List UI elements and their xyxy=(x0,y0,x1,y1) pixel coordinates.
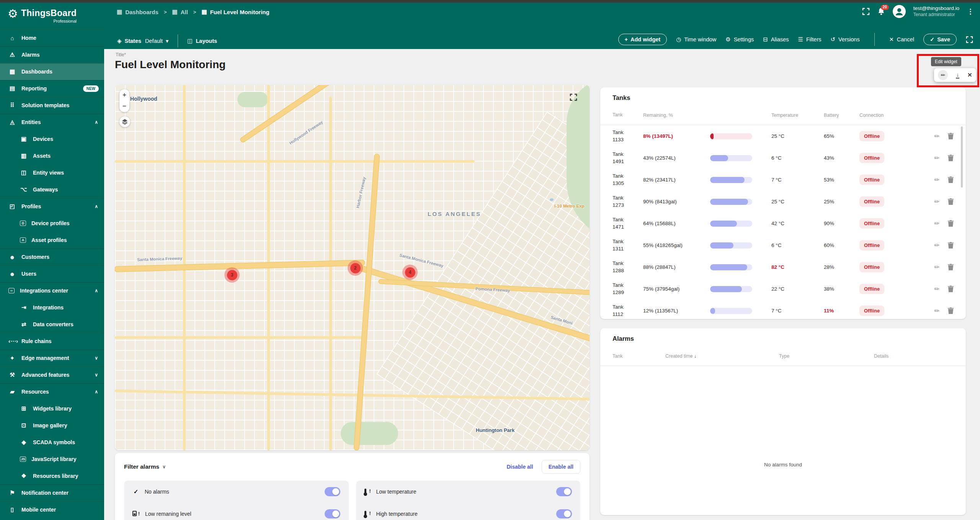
states-button[interactable]: ◈States xyxy=(117,38,141,44)
no-alarms-toggle[interactable] xyxy=(325,487,340,496)
table-scrollbar[interactable] xyxy=(961,126,963,188)
column-connection[interactable]: Connection xyxy=(855,113,908,118)
logo[interactable]: ⚙ ThingsBoard Professional xyxy=(8,8,77,23)
sidebar-item-resources-library[interactable]: ❖Resources library xyxy=(0,468,104,484)
sidebar-item-mobile-center[interactable]: ▯Mobile center xyxy=(0,501,104,518)
sidebar-item-users[interactable]: ☻Users xyxy=(0,265,104,282)
delete-row-icon[interactable] xyxy=(948,307,954,314)
sidebar-item-dashboards[interactable]: ▦Dashboards xyxy=(0,63,104,80)
table-row-tank-1491[interactable]: Tank1491 43% (22574L) 6 °C 43% Offline ✏ xyxy=(600,147,966,169)
delete-row-icon[interactable] xyxy=(948,177,954,183)
states-select[interactable]: Default▾ xyxy=(145,38,168,44)
edit-row-icon[interactable]: ✏ xyxy=(934,220,939,227)
sidebar-item-image-gallery[interactable]: ⊡Image gallery xyxy=(0,417,104,434)
table-row-tank-1273[interactable]: Tank1273 90% (8413gal) 25 °C 25% Offline… xyxy=(600,191,966,213)
map-marker[interactable]: 3 xyxy=(224,267,240,283)
edit-row-icon[interactable]: ✏ xyxy=(934,154,939,162)
delete-row-icon[interactable] xyxy=(948,220,954,227)
table-row-tank-1471[interactable]: Tank1471 64% (15688L) 42 °C 90% Offline … xyxy=(600,213,966,234)
column-details[interactable]: Details xyxy=(874,353,931,359)
notifications-bell[interactable]: 20 xyxy=(877,7,885,16)
zoom-in-button[interactable]: + xyxy=(122,91,126,99)
avatar[interactable] xyxy=(893,5,906,18)
aliases-button[interactable]: ⊟Aliases xyxy=(763,36,789,43)
column-temperature[interactable]: Temperature xyxy=(766,113,817,118)
map-marker[interactable]: 4 xyxy=(402,265,418,280)
disable-all-button[interactable]: Disable all xyxy=(506,464,533,470)
sidebar-item-solution-templates[interactable]: ⠿Solution templates xyxy=(0,97,104,114)
page-title[interactable]: Fuel Level Monitoring xyxy=(115,59,225,71)
sidebar-item-edge-management[interactable]: ⌖Edge management∨ xyxy=(0,350,104,366)
download-widget-icon[interactable]: ↓ xyxy=(956,72,959,78)
column-type[interactable]: Type xyxy=(779,353,874,359)
filter-alarms-title[interactable]: Filter alarms∨ xyxy=(124,463,166,470)
column-created-time[interactable]: Created time ↓ xyxy=(665,353,779,359)
save-button[interactable]: ✓Save xyxy=(923,34,957,45)
sidebar-item-asset-profiles[interactable]: AAsset profiles xyxy=(0,232,104,249)
filters-button[interactable]: ☰Filters xyxy=(798,36,822,43)
sidebar-item-data-converters[interactable]: ⇄Data converters xyxy=(0,316,104,333)
edit-widget-button[interactable]: ✏ xyxy=(938,70,948,80)
table-row-tank-1305[interactable]: Tank1305 82% (23417L) 7 °C 53% Offline ✏ xyxy=(600,169,966,191)
sidebar-item-gateways[interactable]: ⌥Gateways xyxy=(0,181,104,198)
map-layers-button[interactable] xyxy=(119,116,130,127)
edit-row-icon[interactable]: ✏ xyxy=(934,242,939,249)
sidebar-item-devices[interactable]: ▣Devices xyxy=(0,131,104,147)
sidebar-item-entities[interactable]: ◬Entities∧ xyxy=(0,114,104,131)
sidebar-item-rule-chains[interactable]: ‹⋯›Rule chains xyxy=(0,333,104,350)
zoom-out-button[interactable]: − xyxy=(122,103,126,110)
column-tank[interactable]: Tank xyxy=(612,112,643,118)
add-widget-button[interactable]: +Add widget xyxy=(618,34,667,45)
edit-row-icon[interactable]: ✏ xyxy=(934,307,939,314)
sidebar-item-resources[interactable]: ▰Resources∧ xyxy=(0,383,104,400)
column-tank[interactable]: Tank xyxy=(612,353,665,359)
remove-widget-icon[interactable]: ✕ xyxy=(967,72,972,78)
delete-row-icon[interactable] xyxy=(948,286,954,292)
map-fullscreen-icon[interactable] xyxy=(570,93,577,101)
edit-row-icon[interactable]: ✏ xyxy=(934,263,939,271)
breadcrumb-current[interactable]: ▦Fuel Level Monitoring xyxy=(201,8,269,15)
edit-row-icon[interactable]: ✏ xyxy=(934,198,939,205)
user-info[interactable]: test@thingsboard.io Tenant administrator xyxy=(913,5,959,18)
table-row-tank-1112[interactable]: Tank1112 12% (113567L) 7 °C 11% Offline … xyxy=(600,300,966,319)
breadcrumb-dashboards[interactable]: ▦Dashboards xyxy=(117,8,158,15)
fullscreen-icon[interactable] xyxy=(862,8,870,15)
map-canvas[interactable]: Santa Monica Freeway Santa Monica Freewa… xyxy=(115,85,590,450)
sidebar-item-home[interactable]: ⌂Home xyxy=(0,29,104,46)
sidebar-item-alarms[interactable]: ⚠Alarms xyxy=(0,46,104,63)
delete-row-icon[interactable] xyxy=(948,264,954,270)
low-temperature-toggle[interactable] xyxy=(556,487,572,496)
sidebar-item-integrations[interactable]: ⇥Integrations xyxy=(0,299,104,316)
settings-button[interactable]: ⚙Settings xyxy=(725,36,754,43)
breadcrumb-all[interactable]: ▦All xyxy=(172,8,188,15)
sidebar-item-integrations-center[interactable]: ‹›Integrations center∧ xyxy=(0,282,104,299)
kebab-menu-icon[interactable]: ⋮ xyxy=(967,7,974,16)
expand-toolbar-icon[interactable] xyxy=(966,36,973,43)
delete-row-icon[interactable] xyxy=(948,155,954,161)
edit-row-icon[interactable]: ✏ xyxy=(934,132,939,140)
low-remaining-toggle[interactable] xyxy=(325,509,340,518)
delete-row-icon[interactable] xyxy=(948,198,954,205)
sidebar-item-entity-views[interactable]: ◫Entity views xyxy=(0,164,104,181)
table-row-tank-1289[interactable]: Tank1289 75% (37954gal) 22 °C 38% Offlin… xyxy=(600,278,966,300)
sidebar-item-widgets-library[interactable]: ⊞Widgets library xyxy=(0,400,104,417)
table-row-tank-1311[interactable]: Tank1311 55% (418265gal) 6 °C 60% Offlin… xyxy=(600,234,966,256)
sidebar-item-reporting[interactable]: ▤ReportingNEW xyxy=(0,80,104,97)
column-battery[interactable]: Battery xyxy=(817,113,855,118)
sidebar-item-notification-center[interactable]: ⚑Notification center xyxy=(0,484,104,501)
sidebar-item-device-profiles[interactable]: DDevice profiles xyxy=(0,215,104,232)
sidebar-item-advanced-features[interactable]: ⚒Advanced features∨ xyxy=(0,366,104,383)
enable-all-button[interactable]: Enable all xyxy=(542,460,580,474)
time-window-button[interactable]: ◷Time window xyxy=(676,36,716,43)
layouts-button[interactable]: ◫Layouts xyxy=(187,38,217,44)
versions-button[interactable]: ↺Versions xyxy=(830,36,859,43)
sidebar-item-scada-symbols[interactable]: ◈SCADA symbols xyxy=(0,434,104,451)
sidebar-item-javascript-library[interactable]: JSJavaScript library xyxy=(0,451,104,468)
delete-row-icon[interactable] xyxy=(948,133,954,139)
sidebar-item-assets[interactable]: ▥Assets xyxy=(0,147,104,164)
column-remaining[interactable]: Remaining, % xyxy=(643,113,710,118)
edit-row-icon[interactable]: ✏ xyxy=(934,285,939,293)
high-temperature-toggle[interactable] xyxy=(556,509,572,518)
edit-row-icon[interactable]: ✏ xyxy=(934,176,939,183)
table-row-tank-1133[interactable]: Tank1133 8% (13497L) 25 °C 65% Offline ✏ xyxy=(600,125,966,147)
